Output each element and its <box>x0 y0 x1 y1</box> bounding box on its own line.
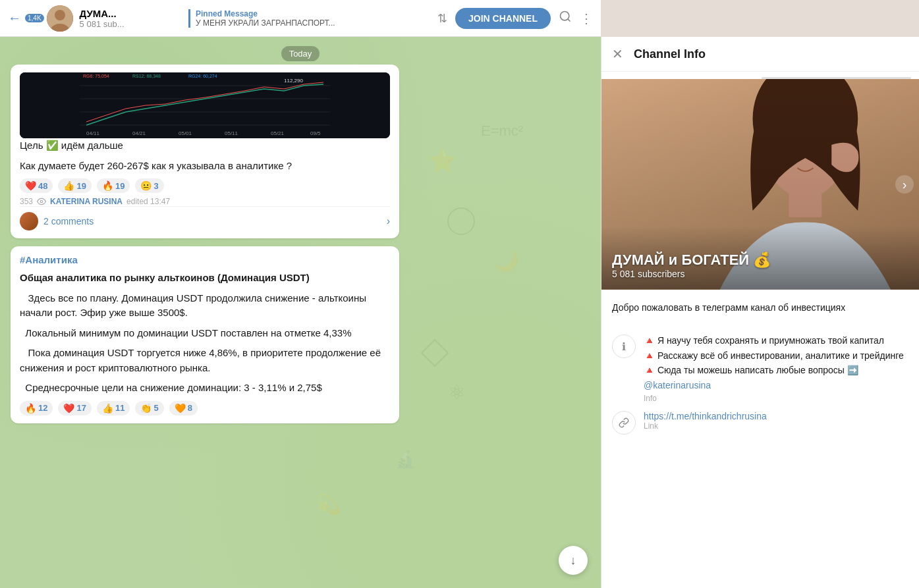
cover-next-button[interactable]: › <box>895 175 914 194</box>
svg-text:04/21: 04/21 <box>132 130 146 136</box>
view-count: 353 <box>20 197 33 206</box>
analytics-body-2: Локальный минимум по доминации USDT пост… <box>20 326 390 341</box>
channel-description: Добро пожаловать в телеграмм канал об ин… <box>601 290 919 333</box>
reaction-fire[interactable]: 🔥19 <box>97 178 130 193</box>
media-progress <box>601 72 919 79</box>
pinned-message[interactable]: Pinned Message У МЕНЯ УКРАЛИ ЗАГРАНПАСПО… <box>188 9 335 28</box>
reaction-neutral[interactable]: 😐3 <box>135 178 163 193</box>
desc-line1: Добро пожаловать в телеграмм канал об ин… <box>612 300 908 315</box>
commenter-avatar <box>20 212 38 230</box>
search-button[interactable] <box>559 10 572 26</box>
hashtag[interactable]: #Аналитика <box>20 254 390 265</box>
message-text-2: Как думаете будет 260-267$ как я указыва… <box>20 159 390 174</box>
edited-label: edited 13:47 <box>126 197 170 206</box>
reaction2-clap[interactable]: 👏5 <box>135 401 163 415</box>
pinned-text: У МЕНЯ УКРАЛИ ЗАГРАНПАСПОРТ... <box>196 18 335 28</box>
author-name: KATERINA RUSINA <box>50 197 123 206</box>
analytics-title: Общая аналитика по рынку альткоинов (Дом… <box>20 271 390 286</box>
channel-link[interactable]: https://t.me/thinkandrichrusina <box>644 411 767 421</box>
channel-info: ДУМА... 5 081 sub... <box>80 8 182 29</box>
link-section: https://t.me/thinkandrichrusina Link <box>601 411 919 442</box>
reaction2-heart[interactable]: ❤️17 <box>58 401 91 415</box>
reaction2-heart2[interactable]: 🧡8 <box>169 401 198 415</box>
reaction-heart[interactable]: ❤️48 <box>20 178 53 193</box>
link-icon <box>612 411 636 435</box>
analytics-body-4: Среднесрочные цели на снижение доминации… <box>20 381 390 396</box>
reactions-2: 🔥12 ❤️17 👍11 👏5 🧡8 <box>20 401 390 415</box>
user-link[interactable]: @katerinarusina <box>644 380 711 390</box>
chat-area: 🚀 ⭐ 🌙 🤖 ⚛ ✦ 🔬 💫 E=mc² Today <box>0 37 601 588</box>
desc-line3: 🔺 Расскажу всё об инвестировании, аналит… <box>644 350 904 361</box>
info-label: Info <box>644 394 908 403</box>
message-2: #Аналитика Общая аналитика по рынку альт… <box>11 246 399 423</box>
analytics-body-3: Пока доминация USDT торгуется ниже 4,86%… <box>20 346 390 375</box>
analytics-body-1: Здесь все по плану. Доминация USDT продо… <box>20 291 390 321</box>
today-badge: Today <box>11 47 590 59</box>
pinned-label: Pinned Message <box>196 9 335 18</box>
reactions: ❤️48 👍19 🔥19 😐3 <box>20 178 390 193</box>
viewer-badge: 1,4K <box>25 14 44 22</box>
comments-bar[interactable]: 2 comments › <box>20 206 390 230</box>
top-bar: ← 1,4K ДУМА... 5 081 sub... Pinned Messa… <box>0 0 601 37</box>
svg-text:RG6: 75,054: RG6: 75,054 <box>83 74 109 78</box>
svg-text:RS12: 68,348: RS12: 68,348 <box>132 74 161 78</box>
panel-title: Channel Info <box>634 47 706 61</box>
channel-name: ДУМА... <box>80 8 182 19</box>
info-section: ℹ 🔺 Я научу тебя сохранять и приумножать… <box>601 333 919 411</box>
main-layout: 🚀 ⭐ 🌙 🤖 ⚛ ✦ 🔬 💫 E=mc² Today <box>0 37 919 588</box>
svg-text:05/11: 05/11 <box>225 130 238 136</box>
channel-subs: 5 081 sub... <box>80 19 182 29</box>
panel-close-button[interactable]: ✕ <box>612 46 623 62</box>
join-channel-button[interactable]: JOIN CHANNEL <box>455 8 551 29</box>
back-button[interactable]: ← <box>8 11 21 26</box>
svg-point-1 <box>55 10 65 20</box>
channel-cover-subs: 5 081 subscribers <box>612 269 771 279</box>
desc-line2: 🔺 Я научу тебя сохранять и приумножать т… <box>644 335 884 346</box>
message-1: 04/11 04/21 05/01 05/11 05/21 09/5 112,2… <box>11 65 399 238</box>
chat-content[interactable]: Today <box>0 37 601 588</box>
svg-text:112,290: 112,290 <box>284 78 303 84</box>
svg-text:09/5: 09/5 <box>310 130 321 136</box>
info-content: 🔺 Я научу тебя сохранять и приумножать т… <box>644 333 908 403</box>
reaction2-thumbsup[interactable]: 👍11 <box>97 401 130 415</box>
channel-name-overlay: ДУМАЙ и БОГАТЕЙ 💰 5 081 subscribers <box>612 252 771 279</box>
svg-text:RG24: 60,274: RG24: 60,274 <box>188 74 217 78</box>
panel-header: ✕ Channel Info <box>601 37 919 72</box>
channel-info-panel: ✕ Channel Info <box>601 37 919 588</box>
svg-text:04/11: 04/11 <box>86 130 100 136</box>
info-icon: ℹ <box>612 334 636 358</box>
link-label: Link <box>644 421 767 431</box>
comments-chevron-icon: › <box>387 215 390 227</box>
svg-point-3 <box>561 12 569 20</box>
channel-cover-name: ДУМАЙ и БОГАТЕЙ 💰 <box>612 252 771 269</box>
reaction2-fire[interactable]: 🔥12 <box>20 401 53 415</box>
info-text-main: 🔺 Я научу тебя сохранять и приумножать т… <box>644 333 908 392</box>
message-text-1: Цель ✅ идём дальше <box>20 138 390 153</box>
channel-cover: ДУМАЙ и БОГАТЕЙ 💰 5 081 subscribers › <box>601 79 919 290</box>
scroll-down-button[interactable]: ↓ <box>559 546 588 575</box>
desc-line4: 🔺 Сюда ты можешь написать любые вопросы … <box>644 365 858 375</box>
filter-icon[interactable]: ⇅ <box>437 11 447 26</box>
channel-avatar[interactable] <box>47 5 73 32</box>
comments-count: 2 comments <box>43 216 381 227</box>
reaction-thumbsup[interactable]: 👍19 <box>58 178 91 193</box>
svg-text:05/21: 05/21 <box>271 130 285 136</box>
chart-image: 04/11 04/21 05/01 05/11 05/21 09/5 112,2… <box>20 72 390 138</box>
svg-text:05/01: 05/01 <box>179 130 192 136</box>
message-meta: 353 KATERINA RUSINA edited 13:47 <box>20 197 390 206</box>
more-button[interactable]: ⋮ <box>580 11 593 26</box>
link-content: https://t.me/thinkandrichrusina Link <box>644 411 767 431</box>
svg-point-29 <box>40 200 43 203</box>
